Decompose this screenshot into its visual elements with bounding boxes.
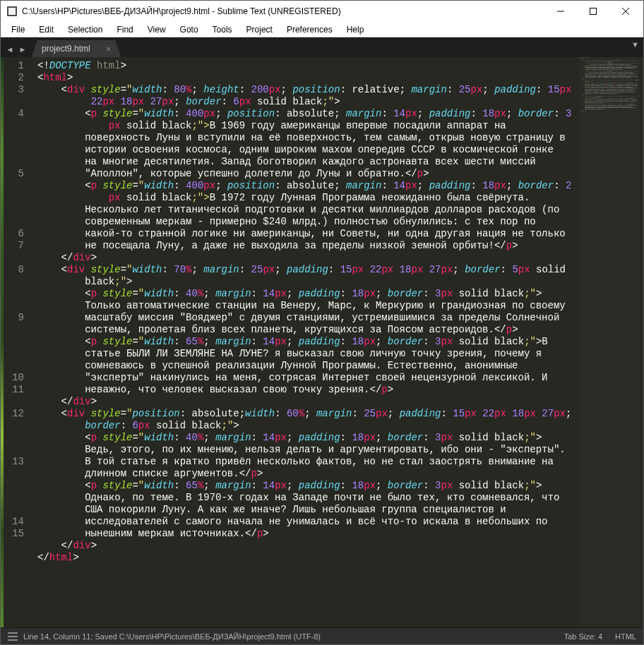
- menu-find[interactable]: Find: [110, 23, 139, 36]
- tab-nav-right-icon[interactable]: ►: [16, 42, 29, 57]
- status-tab-size[interactable]: Tab Size: 4: [564, 632, 602, 641]
- status-position: Line 14, Column 11; Saved C:\Users\HP\Pi…: [23, 632, 321, 641]
- status-menu-icon[interactable]: [8, 632, 18, 641]
- menu-goto[interactable]: Goto: [174, 23, 205, 36]
- svg-rect-1: [8, 8, 16, 15]
- close-button[interactable]: [609, 1, 642, 22]
- minimap[interactable]: <!DOCTYPE html><html> <div style="width:…: [580, 57, 643, 627]
- menu-edit[interactable]: Edit: [32, 23, 60, 36]
- tab-close-icon[interactable]: ×: [106, 44, 112, 54]
- menu-project[interactable]: Project: [240, 23, 279, 36]
- status-syntax[interactable]: HTML: [615, 632, 636, 641]
- app-icon: [6, 6, 18, 17]
- menu-file[interactable]: File: [5, 23, 31, 36]
- maximize-button[interactable]: [577, 1, 609, 22]
- menu-bar: File Edit Selection Find View Goto Tools…: [1, 22, 643, 37]
- menu-tools[interactable]: Tools: [206, 23, 239, 36]
- window-title: C:\Users\HP\Pictures\ВЕБ-ДИЗАЙН\project9…: [22, 6, 544, 16]
- window-titlebar: C:\Users\HP\Pictures\ВЕБ-ДИЗАЙН\project9…: [1, 1, 643, 22]
- menu-selection[interactable]: Selection: [61, 23, 109, 36]
- tab-dropdown-icon[interactable]: ▼: [631, 40, 639, 49]
- editor: 123 4 5 67 8 9 1011 12 13 1415 <!DOCTYPE…: [1, 57, 643, 627]
- line-number-gutter: 123 4 5 67 8 9 1011 12 13 1415: [4, 57, 32, 627]
- code-area[interactable]: <!DOCTYPE html><html> <div style="width:…: [32, 57, 580, 627]
- tab-nav-left-icon[interactable]: ◄: [4, 42, 16, 57]
- status-bar: Line 14, Column 11; Saved C:\Users\HP\Pi…: [1, 627, 643, 644]
- tab-project9[interactable]: project9.html ×: [32, 40, 121, 57]
- menu-preferences[interactable]: Preferences: [280, 23, 339, 36]
- menu-view[interactable]: View: [141, 23, 172, 36]
- tab-bar: ◄ ► project9.html × ▼: [1, 37, 643, 57]
- tab-label: project9.html: [42, 44, 90, 54]
- menu-help[interactable]: Help: [340, 23, 371, 36]
- minimize-button[interactable]: [544, 1, 577, 22]
- svg-rect-3: [590, 8, 597, 15]
